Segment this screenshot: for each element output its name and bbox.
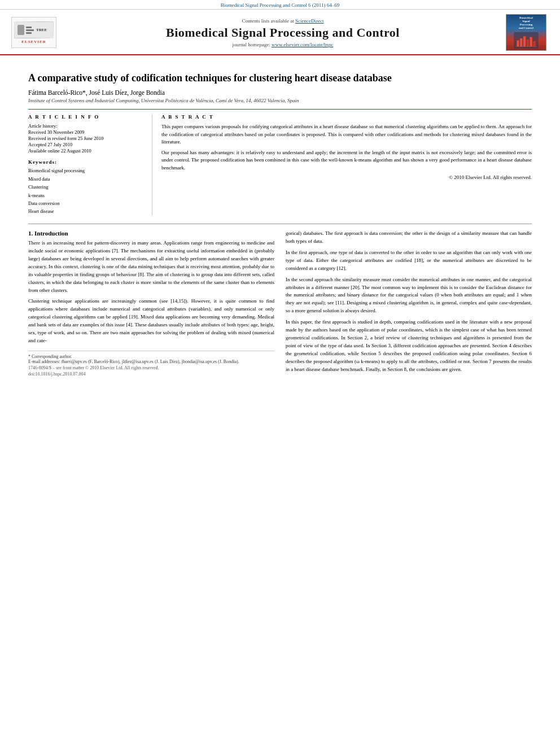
abstract-paragraph-1: This paper compares various proposals fo… [161, 123, 532, 146]
svg-rect-8 [517, 41, 519, 47]
section1-para1: There is an increasing need for pattern-… [28, 239, 274, 295]
svg-rect-10 [523, 36, 526, 46]
svg-rect-12 [530, 37, 532, 47]
publisher-logo-area: TREE ELSEVIER [11, 14, 62, 51]
keyword-2: Mixed data [28, 175, 145, 183]
keyword-list: Biomedical signal processing Mixed data … [28, 167, 145, 216]
sciencedirect-link[interactable]: ScienceDirect [295, 18, 323, 24]
section1-heading: 1. Introduction [28, 230, 274, 237]
copyright-line: © 2010 Elsevier Ltd. All rights reserved… [161, 174, 532, 180]
doi-line: doi:10.1016/j.bspc.2010.07.004 [28, 372, 274, 377]
article-history: Article history: Received 30 November 20… [28, 123, 145, 154]
section1-right-para1: gorical) databases. The first approach i… [286, 230, 532, 246]
svg-rect-4 [26, 32, 32, 34]
footnote-star: * [28, 354, 30, 359]
email-addresses: fbarri@upv.es (F. Barceló-Rico), jldiez@… [62, 359, 239, 364]
svg-rect-3 [26, 29, 34, 31]
cover-title-text: BiomedicalSignalProcessingand Control [519, 16, 533, 30]
section1-right-para4: In this paper, the first approach is stu… [286, 318, 532, 374]
section1-para2: Clustering technique applications are in… [28, 298, 274, 345]
keyword-4: k-means [28, 191, 145, 199]
email-label: E-mail addresses: [28, 359, 60, 364]
received-text: Received 30 November 2009 [28, 129, 84, 135]
journal-header: TREE ELSEVIER Contents lists available a… [0, 10, 560, 55]
journal-homepage-link[interactable]: www.elsevier.com/locate/bspc [272, 42, 333, 47]
journal-cover-thumbnail: BiomedicalSignalProcessingand Control [506, 14, 546, 51]
abstract-label: A B S T R A C T [161, 114, 532, 120]
revised-row: Received in revised form 25 June 2010 [28, 136, 145, 141]
received-row: Received 30 November 2009 [28, 129, 145, 135]
section1-right-para2: In the first approach, one type of data … [286, 249, 532, 273]
corresponding-author-note: * Corresponding author. [28, 354, 274, 359]
section1-right-para3: In the second approach the similarity me… [286, 276, 532, 316]
history-label: Article history: [28, 123, 107, 129]
available-text: Available online 22 August 2010 [28, 148, 91, 154]
keyword-6: Heart disease [28, 207, 145, 215]
journal-main-title: Biomedical Signal Processing and Control [166, 25, 400, 40]
journal-top-ref: Biomedical Signal Processing and Control… [0, 0, 560, 10]
article-info-abstract-section: A R T I C L E I N F O Article history: R… [28, 109, 532, 216]
abstract-paragraph-2: Our proposal has many advantages: it is … [161, 149, 532, 172]
keyword-1: Biomedical signal processing [28, 167, 145, 174]
journal-citation: Biomedical Signal Processing and Control… [221, 2, 339, 8]
elsevier-logo: TREE ELSEVIER [11, 17, 56, 48]
abstract-column: A B S T R A C T This paper compares vari… [161, 114, 532, 216]
svg-rect-13 [533, 41, 535, 46]
svg-rect-1 [18, 25, 24, 35]
elsevier-brand-text: ELSEVIER [21, 40, 46, 44]
main-right-column: gorical) databases. The first approach i… [286, 230, 532, 377]
contents-available-line: Contents lists available at ScienceDirec… [242, 18, 324, 24]
keyword-5: Data conversion [28, 199, 145, 207]
abstract-text: This paper compares various proposals fo… [161, 123, 532, 172]
revised-text: Received in revised form 25 June 2010 [28, 136, 103, 141]
authors-text: Fátima Barceló-Rico*, José Luis Díez, Jo… [28, 89, 165, 96]
journal-title-area: Contents lists available at ScienceDirec… [68, 14, 498, 51]
article-info-column: A R T I C L E I N F O Article history: R… [28, 114, 152, 216]
svg-text:TREE: TREE [36, 28, 47, 32]
journal-cover-area: BiomedicalSignalProcessingand Control [504, 14, 549, 51]
accepted-text: Accepted 27 July 2010 [28, 142, 72, 147]
email-line: E-mail addresses: fbarri@upv.es (F. Barc… [28, 359, 274, 364]
cover-chart-svg [509, 32, 543, 49]
svg-rect-2 [26, 27, 32, 28]
history-header-row: Article history: [28, 123, 145, 129]
svg-rect-9 [520, 38, 522, 47]
affiliation-text: Institute of Control Systems and Industr… [28, 98, 532, 103]
main-left-column: 1. Introduction There is an increasing n… [28, 230, 274, 377]
issn-line: 1746-8094/$ – see front matter © 2010 El… [28, 365, 274, 370]
keyword-3: Clustering [28, 183, 145, 191]
article-body: A comparative study of codification tech… [0, 55, 560, 383]
accepted-row: Accepted 27 July 2010 [28, 142, 145, 147]
journal-homepage-line: journal homepage: www.elsevier.com/locat… [233, 42, 334, 47]
svg-rect-11 [527, 40, 529, 46]
elsevier-image: TREE [14, 21, 54, 38]
article-title: A comparative study of codification tech… [28, 71, 532, 85]
keywords-section: Keywords: Biomedical signal processing M… [28, 159, 145, 216]
keywords-label: Keywords: [28, 159, 145, 165]
main-content-columns: 1. Introduction There is an increasing n… [28, 230, 532, 377]
content-divider [28, 224, 532, 224]
corresponding-text: Corresponding author. [32, 354, 72, 359]
available-row: Available online 22 August 2010 [28, 148, 145, 154]
authors-line: Fátima Barceló-Rico*, José Luis Díez, Jo… [28, 89, 532, 96]
footnote-area: * Corresponding author. E-mail addresses… [28, 351, 274, 377]
article-info-label: A R T I C L E I N F O [28, 114, 145, 120]
